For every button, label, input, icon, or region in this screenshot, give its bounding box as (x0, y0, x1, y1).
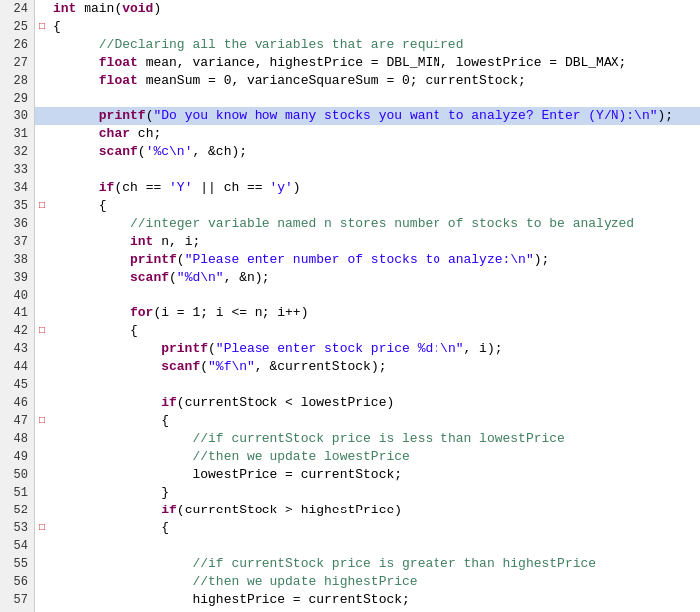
line-24: 24 int main(void) (0, 0, 700, 18)
collapse-placeholder (35, 72, 49, 90)
code-line: printf("Please enter stock price %d:\n",… (49, 340, 700, 358)
collapse-placeholder (35, 484, 49, 502)
code-line (49, 537, 700, 555)
code-line: { (49, 519, 700, 537)
collapse-placeholder (35, 502, 49, 519)
line-49: 49 //then we update lowestPrice (0, 448, 700, 466)
collapse-btn-25[interactable]: □ (35, 18, 49, 36)
collapse-placeholder (35, 251, 49, 269)
line-56: 56 //then we update highestPrice (0, 573, 700, 591)
collapse-placeholder (35, 305, 49, 322)
code-editor: 24 int main(void) 25 □ { 26 //Declaring … (0, 0, 700, 612)
code-line (49, 161, 700, 179)
line-27: 27 float mean, variance, highestPrice = … (0, 54, 700, 72)
line-25: 25 □ { (0, 18, 700, 36)
collapse-placeholder (35, 340, 49, 358)
line-26: 26 //Declaring all the variables that ar… (0, 36, 700, 54)
line-number: 55 (0, 555, 35, 573)
collapse-placeholder (35, 537, 49, 555)
line-number: 36 (0, 215, 35, 233)
line-number: 42 (0, 322, 35, 340)
code-line: if(ch == 'Y' || ch == 'y') (49, 179, 700, 197)
line-number: 40 (0, 287, 35, 305)
code-line: if(currentStock < lowestPrice) (49, 394, 700, 412)
collapse-btn-47[interactable]: □ (35, 412, 49, 430)
line-number: 46 (0, 394, 35, 412)
collapse-placeholder (35, 90, 49, 107)
collapse-placeholder (35, 376, 49, 394)
code-line: //integer variable named n stores number… (49, 215, 700, 233)
collapse-placeholder (35, 573, 49, 591)
collapse-placeholder (35, 269, 49, 287)
line-33: 33 (0, 161, 700, 179)
collapse-placeholder (35, 179, 49, 197)
line-43: 43 printf("Please enter stock price %d:\… (0, 340, 700, 358)
code-line: //then we update highestPrice (49, 573, 700, 591)
line-number: 44 (0, 358, 35, 376)
line-number: 24 (0, 0, 35, 18)
line-28: 28 float meanSum = 0, varianceSquareSum … (0, 72, 700, 90)
collapse-btn-35[interactable]: □ (35, 197, 49, 215)
code-line (49, 376, 700, 394)
line-number: 51 (0, 484, 35, 502)
line-number: 37 (0, 233, 35, 251)
collapse-placeholder (35, 107, 49, 125)
line-number: 38 (0, 251, 35, 269)
line-42: 42 □ { (0, 322, 700, 340)
collapse-btn-42[interactable]: □ (35, 322, 49, 340)
line-number: 25 (0, 18, 35, 36)
collapse-btn-53[interactable]: □ (35, 519, 49, 537)
collapse-placeholder (35, 54, 49, 72)
line-34: 34 if(ch == 'Y' || ch == 'y') (0, 179, 700, 197)
line-40: 40 (0, 287, 700, 305)
collapse-placeholder (35, 448, 49, 466)
line-32: 32 scanf('%c\n', &ch); (0, 143, 700, 161)
code-line: for(i = 1; i <= n; i++) (49, 305, 700, 322)
line-number: 45 (0, 376, 35, 394)
line-39: 39 scanf("%d\n", &n); (0, 269, 700, 287)
line-31: 31 char ch; (0, 125, 700, 143)
code-line: { (49, 197, 700, 215)
line-48: 48 //if currentStock price is less than … (0, 430, 700, 448)
line-number: 28 (0, 72, 35, 90)
line-50: 50 lowestPrice = currentStock; (0, 466, 700, 484)
line-51: 51 } (0, 484, 700, 502)
line-36: 36 //integer variable named n stores num… (0, 215, 700, 233)
line-number: 29 (0, 90, 35, 107)
line-35: 35 □ { (0, 197, 700, 215)
code-line: scanf("%f\n", &currentStock); (49, 358, 700, 376)
collapse-placeholder (35, 555, 49, 573)
code-line: { (49, 18, 700, 36)
code-line: scanf('%c\n', &ch); (49, 143, 700, 161)
line-44: 44 scanf("%f\n", &currentStock); (0, 358, 700, 376)
collapse-placeholder (35, 358, 49, 376)
line-37: 37 int n, i; (0, 233, 700, 251)
line-number: 47 (0, 412, 35, 430)
collapse-placeholder (35, 125, 49, 143)
line-number: 48 (0, 430, 35, 448)
code-line: //if currentStock price is greater than … (49, 555, 700, 573)
code-line: float mean, variance, highestPrice = DBL… (49, 54, 700, 72)
line-55: 55 //if currentStock price is greater th… (0, 555, 700, 573)
collapse-placeholder (35, 36, 49, 54)
line-30: 30 printf("Do you know how many stocks y… (0, 107, 700, 125)
line-29: 29 (0, 90, 700, 107)
code-line (49, 90, 700, 107)
line-number: 54 (0, 537, 35, 555)
line-54: 54 (0, 537, 700, 555)
code-line: //if currentStock price is less than low… (49, 430, 700, 448)
line-number: 56 (0, 573, 35, 591)
line-number: 39 (0, 269, 35, 287)
collapse-placeholder (35, 466, 49, 484)
line-number: 31 (0, 125, 35, 143)
line-number: 41 (0, 305, 35, 322)
collapse-placeholder (35, 287, 49, 305)
line-number: 30 (0, 107, 35, 125)
line-47: 47 □ { (0, 412, 700, 430)
line-number: 27 (0, 54, 35, 72)
collapse-placeholder (35, 430, 49, 448)
code-line: if(currentStock > highestPrice) (49, 502, 700, 519)
collapse-placeholder (35, 0, 49, 18)
line-57: 57 highestPrice = currentStock; (0, 591, 700, 609)
code-line: } (49, 484, 700, 502)
